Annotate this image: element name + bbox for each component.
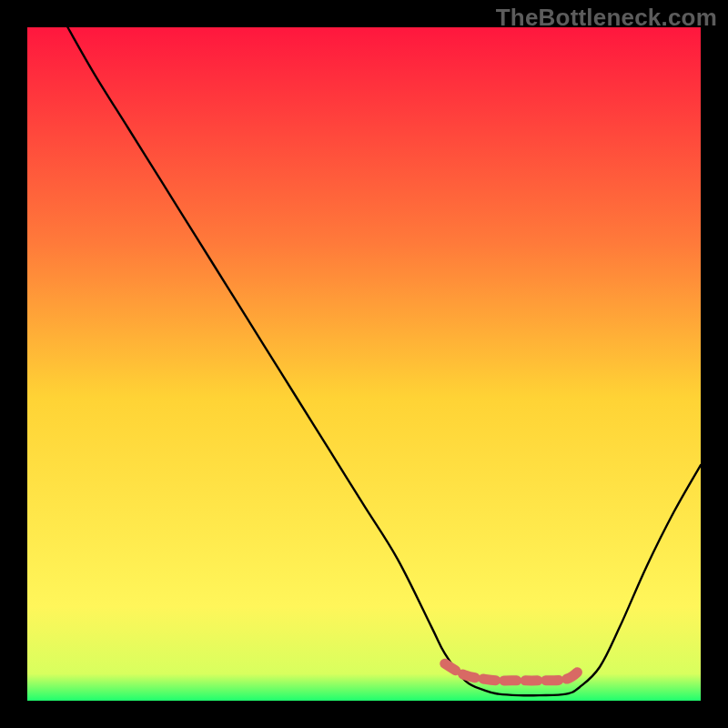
plot-area: [27, 27, 701, 701]
chart-frame: TheBottleneck.com: [0, 0, 728, 728]
bottleneck-chart: [27, 27, 701, 701]
